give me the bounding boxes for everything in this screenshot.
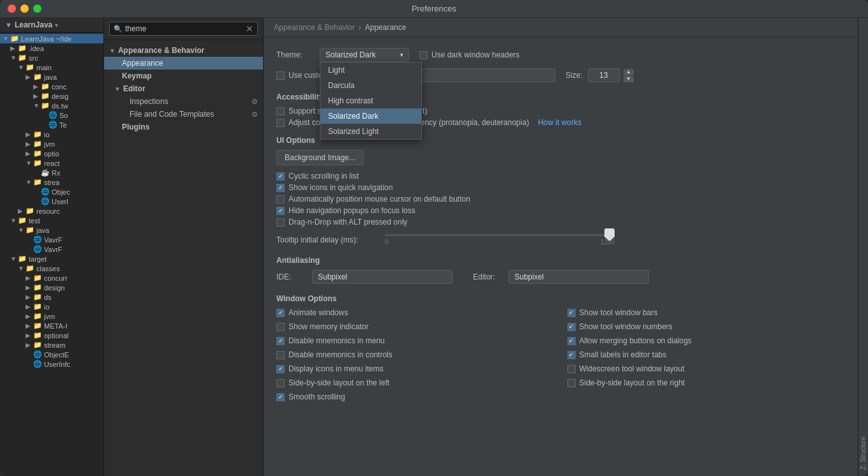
allow-merging-buttons-checkbox[interactable] xyxy=(567,337,576,345)
tooltip-slider-track[interactable] xyxy=(385,234,615,236)
tree-item-meta[interactable]: ▶ 📁 META-I xyxy=(0,321,103,331)
tree-item-io2[interactable]: ▶ 📁 io xyxy=(0,302,103,311)
smooth-scrolling-checkbox[interactable] xyxy=(276,393,285,401)
tree-item-te[interactable]: 🌐 Te xyxy=(0,120,103,130)
theme-option-high-contrast[interactable]: High contrast xyxy=(320,93,421,108)
tree-item-learnjava[interactable]: ▼ 📁 LearnJava ~/Ide xyxy=(0,34,103,43)
maximize-button[interactable] xyxy=(33,4,41,13)
cyclic-scrolling-checkbox[interactable] xyxy=(276,172,285,181)
adjust-colors-checkbox[interactable] xyxy=(276,119,285,127)
theme-row: Theme: Solarized Dark ▾ Light Darcula Hi… xyxy=(276,48,845,62)
tree-item-test[interactable]: ▼ 📁 test xyxy=(0,216,103,225)
use-dark-headers-checkbox[interactable] xyxy=(419,51,428,59)
tree-item-java[interactable]: ▶ 📁 java xyxy=(0,72,103,82)
tree-item-java2[interactable]: ▼ 📁 java xyxy=(0,225,103,235)
tree-item-userl[interactable]: 🌐 Userl xyxy=(0,197,103,206)
tree-item-jvm2[interactable]: ▶ 📁 jvm xyxy=(0,311,103,321)
ide-antialiasing-select[interactable]: Subpixel xyxy=(312,270,453,284)
tree-item-objec[interactable]: 🌐 Objec xyxy=(0,187,103,197)
tree-item-strea[interactable]: ▼ 📁 strea xyxy=(0,177,103,187)
tree-item-idea[interactable]: ▶ 📁 .idea xyxy=(0,43,103,53)
search-input-wrap[interactable]: 🔍 ✕ xyxy=(109,22,258,36)
tree-item-userinfc[interactable]: 🌐 UserInfc xyxy=(0,359,103,369)
prefs-item-file-code-templates[interactable]: File and Code Templates ⚙ xyxy=(104,108,263,121)
tree-item-optional[interactable]: ▶ 📁 optional xyxy=(0,331,103,340)
prefs-item-appearance[interactable]: Appearance xyxy=(104,57,263,70)
tree-item-desig[interactable]: ▶ 📁 desig xyxy=(0,91,103,101)
disable-mnemonics-menu-checkbox[interactable] xyxy=(276,337,285,345)
folder-icon: 📁 xyxy=(18,255,27,263)
widescreen-tool-window-checkbox[interactable] xyxy=(567,365,576,373)
appearance-behavior-header[interactable]: ▼ Appearance & Behavior xyxy=(104,44,263,57)
tree-item-optio[interactable]: ▶ 📁 optio xyxy=(0,149,103,158)
support-screen-readers-checkbox[interactable] xyxy=(276,107,285,115)
tree-item-so[interactable]: 🌐 So xyxy=(0,110,103,120)
auto-position-mouse-checkbox[interactable] xyxy=(276,195,285,204)
dropdown-arrow-icon: ▾ xyxy=(400,52,403,58)
hide-nav-popups-checkbox[interactable] xyxy=(276,207,285,215)
theme-option-darcula[interactable]: Darcula xyxy=(320,78,421,93)
theme-option-solarized-dark[interactable]: Solarized Dark xyxy=(320,108,421,124)
display-icons-menu-checkbox[interactable] xyxy=(276,365,285,373)
editor-antialiasing-select[interactable]: Subpixel xyxy=(509,270,649,284)
tree-item-classes[interactable]: ▼ 📁 classes xyxy=(0,264,103,273)
theme-option-solarized-light[interactable]: Solarized Light xyxy=(320,124,421,139)
show-tool-window-bars-checkbox[interactable] xyxy=(567,309,576,317)
tree-item-react[interactable]: ▼ 📁 react xyxy=(0,158,103,168)
tree-item-objecte[interactable]: 🌐 ObjectE xyxy=(0,350,103,359)
folder-icon: 📁 xyxy=(10,34,19,43)
folder-icon: 📁 xyxy=(18,54,27,62)
side-by-side-right-checkbox[interactable] xyxy=(567,379,576,387)
editor-section-header[interactable]: ▼ Editor xyxy=(104,82,263,95)
animate-windows-checkbox[interactable] xyxy=(276,309,285,317)
tree-item-target[interactable]: ▼ 📁 target xyxy=(0,254,103,264)
tree-item-vavrf2[interactable]: 🌐 VavrF xyxy=(0,244,103,254)
side-by-side-left-checkbox[interactable] xyxy=(276,379,285,387)
theme-option-light[interactable]: Light xyxy=(320,63,421,78)
tree-item-stream2[interactable]: ▶ 📁 stream xyxy=(0,340,103,350)
theme-select-button[interactable]: Solarized Dark ▾ xyxy=(320,48,409,62)
project-header: ▼ LearnJava ▾ xyxy=(0,18,103,33)
custom-font-checkbox[interactable] xyxy=(276,71,285,80)
minimize-button[interactable] xyxy=(20,4,29,13)
show-tool-window-numbers-checkbox[interactable] xyxy=(567,323,576,331)
tree-item-ds[interactable]: ▼ 📁 ds.tw xyxy=(0,101,103,110)
close-button[interactable] xyxy=(8,4,16,13)
tree-item-label: classes xyxy=(36,265,60,272)
animate-windows-row: Animate windows xyxy=(276,308,555,317)
file-tree[interactable]: ▼ 📁 LearnJava ~/Ide ▶ 📁 .idea ▼ 📁 src xyxy=(0,33,103,476)
size-decrement-button[interactable]: ▼ xyxy=(624,76,634,82)
size-increment-button[interactable]: ▲ xyxy=(624,69,634,75)
tree-item-design2[interactable]: ▶ 📁 design xyxy=(0,283,103,292)
font-size-input[interactable] xyxy=(588,68,620,82)
tree-item-conc[interactable]: ▶ 📁 conc xyxy=(0,82,103,91)
tree-item-resourc[interactable]: ▶ 📁 resourc xyxy=(0,206,103,216)
small-labels-editor-tabs-checkbox[interactable] xyxy=(567,351,576,359)
prefs-item-plugins[interactable]: Plugins xyxy=(104,121,263,133)
tree-item-src[interactable]: ▼ 📁 src xyxy=(0,53,103,63)
structure-tab[interactable]: Z: Structure xyxy=(858,18,868,476)
disable-mnemonics-controls-checkbox[interactable] xyxy=(276,351,285,359)
tree-item-vavrf1[interactable]: 🌐 VavrF xyxy=(0,235,103,244)
tree-item-ds2[interactable]: ▶ 📁 ds xyxy=(0,292,103,302)
tree-item-io[interactable]: ▶ 📁 io xyxy=(0,130,103,139)
drag-n-drop-checkbox[interactable] xyxy=(276,218,285,227)
how-it-works-link[interactable]: How it works xyxy=(538,118,581,127)
allow-merging-buttons-row: Allow merging buttons on dialogs xyxy=(567,336,846,345)
prefs-item-keymap[interactable]: Keymap xyxy=(104,70,263,82)
side-by-side-left-label: Side-by-side layout on the left xyxy=(288,378,389,387)
background-image-button[interactable]: Background Image... xyxy=(276,150,364,165)
clear-search-icon[interactable]: ✕ xyxy=(246,24,253,34)
show-memory-indicator-checkbox[interactable] xyxy=(276,323,285,331)
search-input[interactable] xyxy=(125,24,246,33)
file-icon: ☕ xyxy=(41,168,50,177)
appearance-behavior-section: ▼ Appearance & Behavior Appearance Keyma… xyxy=(104,43,263,135)
tree-item-rx[interactable]: ☕ Rx xyxy=(0,168,103,177)
tree-item-concurr[interactable]: ▶ 📁 concurr xyxy=(0,273,103,283)
tree-item-jvm[interactable]: ▶ 📁 jvm xyxy=(0,139,103,149)
tree-item-main[interactable]: ▼ 📁 main xyxy=(0,63,103,72)
small-labels-editor-tabs-label: Small labels in editor tabs xyxy=(580,350,667,359)
section-expand-arrow: ▼ xyxy=(109,47,116,54)
prefs-item-inspections[interactable]: Inspections ⚙ xyxy=(104,95,263,108)
show-icons-quick-nav-checkbox[interactable] xyxy=(276,184,285,192)
